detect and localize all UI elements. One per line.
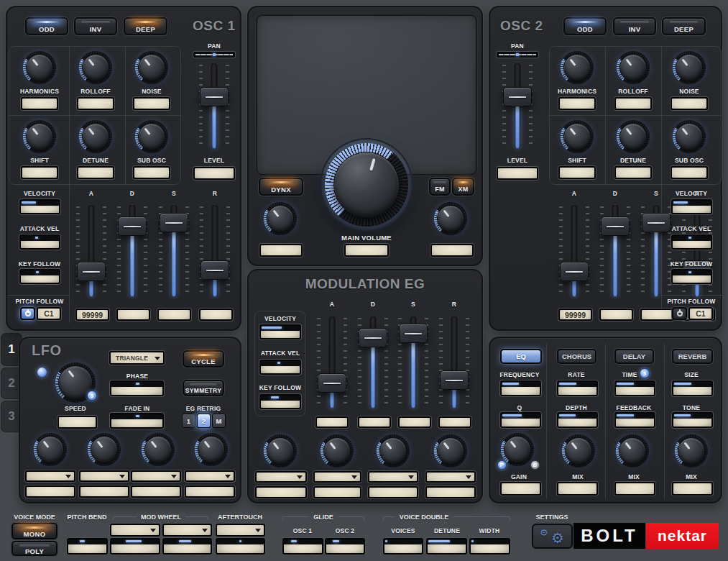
osc2-subosc-knob[interactable]: [673, 120, 706, 153]
modeg-dest-dropdown-3[interactable]: [368, 471, 418, 483]
osc2-level-value[interactable]: [497, 167, 538, 180]
lfo-amount-knob-4[interactable]: [195, 433, 228, 466]
value-display[interactable]: [157, 309, 191, 321]
retrig-1-button[interactable]: 1: [182, 414, 195, 428]
value-display[interactable]: [640, 309, 674, 321]
lfo-waveform-dropdown[interactable]: TRIANGLE: [109, 351, 165, 365]
retrig-2-button[interactable]: 2: [197, 414, 211, 428]
voice-double-width-slider[interactable]: [469, 538, 510, 555]
osc1-level-slider[interactable]: [198, 63, 230, 148]
mod-wheel-dest-dropdown-1[interactable]: [110, 524, 160, 537]
lfo-dest-dropdown-4[interactable]: [185, 470, 235, 482]
mod-wheel-slider-1[interactable]: [110, 538, 160, 555]
fx-tab-delay[interactable]: DELAY: [614, 349, 654, 364]
value-display[interactable]: [133, 97, 170, 110]
value-display[interactable]: [425, 486, 476, 498]
pitch-bend-slider[interactable]: [67, 538, 108, 555]
value-display[interactable]: [614, 166, 652, 179]
fx-size-slider[interactable]: [672, 380, 713, 396]
value-display[interactable]: [77, 166, 114, 179]
osc1-level-value[interactable]: [193, 167, 235, 180]
osc2-harmonics-knob[interactable]: [561, 51, 594, 84]
osc2-odd-button[interactable]: ODD: [563, 17, 607, 35]
osc1-rolloff-knob[interactable]: [79, 51, 112, 84]
lfo-cycle-button[interactable]: CYCLE: [183, 350, 224, 368]
osc1-attack-value[interactable]: 99999: [75, 309, 109, 321]
osc2-pitch-follow-value[interactable]: C1: [688, 307, 713, 320]
value-display[interactable]: [21, 166, 58, 179]
voices-slider[interactable]: [383, 538, 423, 555]
main-volume-value[interactable]: [344, 244, 389, 257]
value-display[interactable]: [131, 485, 181, 498]
modeg-amount-knob-2[interactable]: [321, 434, 354, 468]
value-display[interactable]: [116, 309, 150, 321]
fx-delay-mix-knob[interactable]: [616, 434, 649, 468]
fx-frequency-slider[interactable]: [500, 380, 541, 396]
osc2-noise-knob[interactable]: [673, 51, 706, 84]
voice-double-detune-slider[interactable]: [426, 538, 467, 555]
modeg-sustain-slider[interactable]: [397, 316, 429, 408]
value-display[interactable]: [438, 416, 471, 428]
osc2-inv-button[interactable]: INV: [613, 17, 656, 35]
osc1-detune-knob[interactable]: [79, 120, 112, 153]
osc2-detune-knob[interactable]: [617, 120, 650, 153]
modeg-key-follow-slider[interactable]: [259, 394, 301, 409]
osc1-pan-slider[interactable]: [193, 52, 235, 58]
lfo-amount-knob-1[interactable]: [34, 433, 67, 466]
fx-q-slider[interactable]: [500, 412, 541, 428]
modeg-amount-knob-3[interactable]: [377, 434, 410, 468]
glide-osc1-slider[interactable]: [282, 538, 323, 555]
fx-feedback-slider[interactable]: [614, 412, 655, 428]
value-display[interactable]: [358, 416, 391, 428]
lfo-speed-value[interactable]: [57, 416, 97, 429]
xm-button[interactable]: XM: [452, 178, 474, 196]
value-display[interactable]: [614, 482, 655, 496]
value-display[interactable]: [368, 486, 418, 498]
value-display[interactable]: [430, 244, 474, 257]
value-display[interactable]: [558, 166, 596, 179]
fx-depth-slider[interactable]: [557, 412, 598, 428]
value-display[interactable]: [558, 97, 596, 110]
value-display[interactable]: [79, 485, 129, 498]
fx-tone-slider[interactable]: [672, 412, 713, 428]
fm-button[interactable]: FM: [429, 178, 451, 196]
fx-gain-knob[interactable]: [501, 433, 534, 466]
aftertouch-slider[interactable]: [216, 538, 265, 555]
osc2-pitch-follow-power-button[interactable]: [672, 307, 687, 320]
fx-rate-slider[interactable]: [557, 380, 598, 396]
lfo-phase-slider[interactable]: [110, 380, 164, 396]
lfo-symmetry-button[interactable]: SYMMETRY: [183, 380, 224, 396]
osc2-attack-slider[interactable]: [558, 205, 590, 296]
value-display[interactable]: [315, 416, 349, 428]
osc1-subosc-knob[interactable]: [135, 120, 168, 153]
osc1-attack-slider[interactable]: [75, 205, 107, 296]
osc2-key-follow-slider[interactable]: [671, 269, 712, 284]
osc1-harmonics-knob[interactable]: [23, 51, 56, 84]
dynx-amount-knob[interactable]: [264, 202, 297, 235]
fx-time-slider[interactable]: [614, 380, 655, 396]
value-display[interactable]: [672, 482, 713, 496]
fm-xm-amount-knob[interactable]: [434, 202, 467, 235]
modeg-decay-slider[interactable]: [357, 316, 389, 408]
modeg-dest-dropdown-1[interactable]: [255, 471, 307, 483]
osc2-decay-slider[interactable]: [599, 205, 631, 296]
osc2-shift-knob[interactable]: [561, 120, 594, 153]
gain-b-badge-icon[interactable]: B: [530, 460, 540, 470]
osc1-key-follow-slider[interactable]: [19, 269, 60, 284]
osc2-pan-slider[interactable]: [497, 52, 538, 58]
modeg-dest-dropdown-2[interactable]: [313, 471, 361, 483]
fx-chorus-mix-knob[interactable]: [562, 434, 595, 468]
osc1-release-slider[interactable]: [199, 205, 231, 296]
value-display[interactable]: [557, 482, 598, 496]
lfo-amount-knob-2[interactable]: [88, 433, 121, 466]
lfo-fade-in-slider[interactable]: [110, 413, 164, 429]
value-display[interactable]: [133, 166, 170, 179]
osc2-velocity-slider[interactable]: [671, 199, 712, 214]
value-display[interactable]: [21, 97, 58, 110]
mono-button[interactable]: MONO: [11, 523, 57, 539]
value-display[interactable]: [185, 485, 235, 498]
osc1-shift-knob[interactable]: [23, 120, 56, 153]
value-display[interactable]: [255, 486, 307, 498]
main-volume-knob[interactable]: [325, 143, 408, 227]
fx-tab-eq[interactable]: EQ: [500, 349, 542, 364]
